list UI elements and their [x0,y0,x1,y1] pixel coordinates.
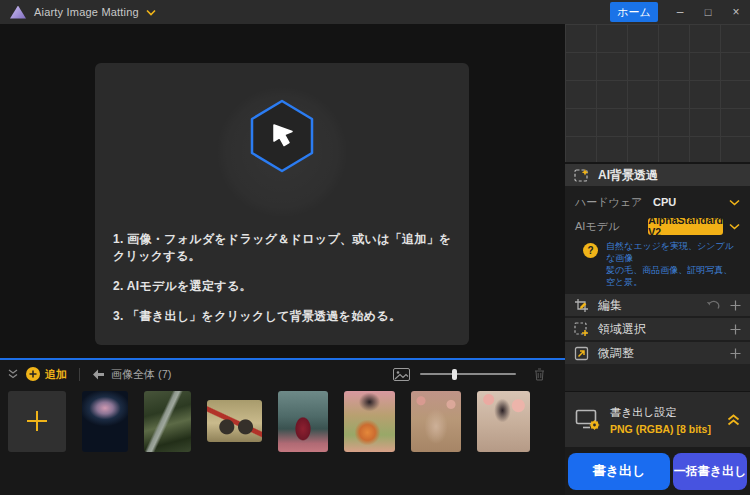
hardware-select[interactable]: CPU [653,196,723,208]
thumbnail-size-icon [393,368,410,381]
edit-section-label: 編集 [598,297,697,314]
ai-model-label: AIモデル [575,219,648,234]
model-description: 自然なエッジを実現、シンプルな画像 髪の毛、商品画像、証明写真、空と景。 [606,240,740,288]
thumbnail-woman-red-dress[interactable] [278,391,328,452]
instruction-step-2: 2. AIモデルを選定する。 [113,278,459,295]
region-select-icon [574,322,589,337]
maximize-button[interactable]: □ [694,0,722,24]
help-icon[interactable]: ? [583,243,598,258]
region-select-section-label: 領域選択 [598,321,720,338]
home-button[interactable]: ホーム [610,2,658,22]
export-buttons-row: 書き出し 一括書き出し [565,447,750,495]
export-settings-section[interactable]: 書き出し設定 PNG (RGBA) [8 bits] [565,391,750,447]
edit-expand-plus-icon[interactable] [730,300,741,311]
app-logo-icon [10,6,26,19]
bottom-panel: 追加 画像全体 (7) [0,358,565,495]
region-select-section-header[interactable]: 領域選択 [565,318,750,340]
slider-handle[interactable] [452,369,457,380]
title-menu-chevron-down-icon[interactable] [146,9,156,16]
collapse-panel-icon[interactable] [8,369,18,379]
thumbnail-red-bicycle[interactable] [207,400,262,442]
add-images-label[interactable]: 追加 [45,367,67,382]
thumbnail-axe-in-forest[interactable] [144,391,191,452]
instruction-list: 1. 画像・フォルダをドラッグ＆ドロップ、或いは「追加」をクリックする。 2. … [113,231,459,338]
titlebar: Aiarty Image Matting ホーム – □ × [0,0,750,24]
hardware-label: ハードウェア [575,195,653,210]
drop-hexagon-icon [249,99,315,173]
back-arrow-icon[interactable] [92,369,105,380]
fine-tune-icon [574,346,589,361]
drag-drop-zone[interactable]: 1. 画像・フォルダをドラッグ＆ドロップ、或いは「追加」をクリックする。 2. … [95,63,469,345]
export-settings-chevron-up-icon[interactable] [727,414,740,426]
all-images-count-label: 画像全体 (7) [111,367,172,382]
toolbar-divider [79,368,80,381]
thumbnail-woman-beige-dress[interactable] [411,391,461,452]
undo-icon[interactable] [707,300,720,311]
edit-crop-icon [574,298,589,313]
edit-section-header[interactable]: 編集 [565,294,750,316]
instruction-step-3: 3. 「書き出し」をクリックして背景透過を始める。 [113,308,459,325]
thumbnail-jellyfish[interactable] [82,391,128,452]
model-description-line-2: 髪の毛、商品画像、証明写真、空と景。 [606,264,740,288]
app-title: Aiarty Image Matting [34,6,139,18]
ai-model-select[interactable]: AlphaStandard V2 [648,218,723,235]
right-panel-spacer [565,364,750,391]
model-description-row: ? 自然なエッジを実現、シンプルな画像 髪の毛、商品画像、証明写真、空と景。 [565,238,750,292]
app-window: Aiarty Image Matting ホーム – □ × 1. 画像・フォル… [0,0,750,495]
ai-model-chevron-down-icon[interactable] [729,223,740,230]
minimize-button[interactable]: – [666,0,694,24]
region-expand-plus-icon[interactable] [730,324,741,335]
thumbnail-strip [0,390,565,452]
thumbnail-add-more[interactable] [8,391,66,452]
ai-matting-icon [574,168,590,183]
right-panel: AI背景透過 ハードウェア CPU AIモデル AlphaStandard V2… [565,24,750,495]
export-format-value: PNG (RGBA) [8 bits] [610,423,727,435]
fine-tune-section-label: 微調整 [598,345,720,362]
preview-grid-area [565,24,750,164]
add-images-button[interactable] [26,367,40,381]
export-settings-icon [575,409,601,431]
thumbnail-woman-pink-roses[interactable] [477,391,530,452]
ai-matting-section-title: AI背景透過 [598,167,658,184]
main-canvas-area: 1. 画像・フォルダをドラッグ＆ドロップ、或いは「追加」をクリックする。 2. … [0,24,565,358]
batch-export-button[interactable]: 一括書き出し [673,453,747,490]
delete-image-icon[interactable] [534,368,545,381]
thumbnail-size-slider[interactable] [420,368,516,380]
ai-model-row: AIモデル AlphaStandard V2 [565,214,750,238]
slider-track[interactable] [420,373,516,375]
fine-tune-expand-plus-icon[interactable] [730,348,741,359]
hardware-row: ハードウェア CPU [565,190,750,214]
thumbnail-woman-orange-bouquet[interactable] [344,391,395,452]
bottom-toolbar: 追加 画像全体 (7) [0,362,565,386]
instruction-step-1: 1. 画像・フォルダをドラッグ＆ドロップ、或いは「追加」をクリックする。 [113,231,459,265]
export-button[interactable]: 書き出し [568,453,670,490]
fine-tune-section-header[interactable]: 微調整 [565,342,750,364]
hardware-chevron-down-icon[interactable] [729,199,740,206]
export-settings-label: 書き出し設定 [610,405,727,420]
close-button[interactable]: × [722,0,750,24]
model-description-line-1: 自然なエッジを実現、シンプルな画像 [606,240,740,264]
ai-matting-section-header[interactable]: AI背景透過 [565,164,750,186]
export-settings-texts: 書き出し設定 PNG (RGBA) [8 bits] [610,405,727,435]
